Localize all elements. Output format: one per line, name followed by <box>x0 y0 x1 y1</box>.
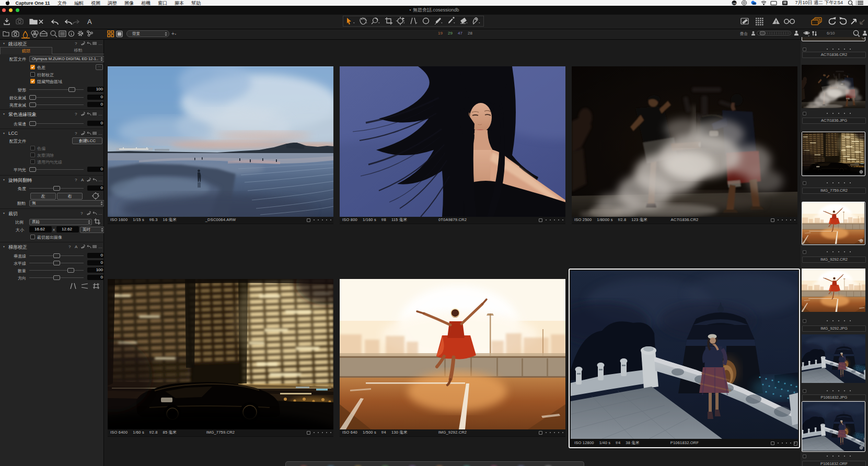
svg-text:LINE: LINE <box>733 3 736 5</box>
